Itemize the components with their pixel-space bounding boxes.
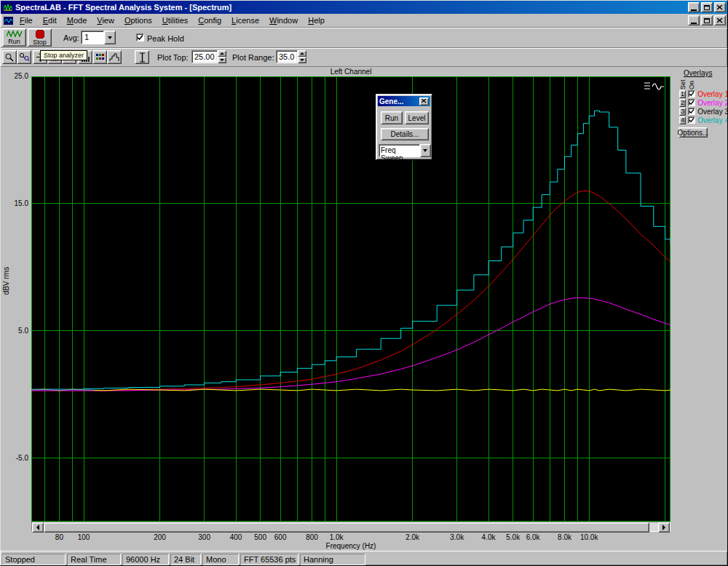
overlay-label-2: Overlay 2 (697, 99, 727, 107)
overlay-set-button-4[interactable]: 4 (679, 116, 686, 124)
overlay-label-4: Overlay 4 (697, 116, 727, 124)
plot-range-up-icon[interactable] (298, 50, 306, 57)
overlay-row: 2Overlay 2 (678, 98, 727, 107)
surface-hist-icon (109, 53, 119, 62)
spectralab-window: SpectraLAB - FFT Spectral Analysis Syste… (0, 0, 728, 566)
x-tick-1.0k: 1.0k (322, 533, 351, 541)
overlay-set-button-1[interactable]: 1 (679, 90, 686, 98)
zoom-button[interactable] (2, 50, 17, 64)
status-panel: Mono (202, 554, 239, 565)
run-waveform-icon (7, 30, 23, 38)
scroll-right-icon[interactable] (658, 522, 670, 533)
menu-config[interactable]: Config (193, 15, 226, 26)
overlay-label-3: Overlay 3 (697, 108, 727, 116)
minimize-icon[interactable] (688, 2, 700, 12)
plot-h-scrollbar[interactable] (31, 522, 670, 532)
generator-dialog[interactable]: Gene... Run Level Details... Freq Sweep (376, 94, 432, 160)
stop-button-label: Stop (33, 39, 47, 46)
run-button[interactable]: Run (2, 28, 26, 47)
mdi-restore-icon[interactable] (701, 15, 713, 25)
y-tick-5.0: 5.0 (4, 327, 28, 335)
generator-close-icon[interactable] (419, 97, 429, 105)
generator-details-button[interactable]: Details... (381, 128, 429, 140)
generator-level-button[interactable]: Level (405, 111, 429, 124)
overlays-options-button[interactable]: Options... (678, 127, 708, 137)
status-panel: Stopped (1, 554, 66, 565)
menu-utilities[interactable]: Utilities (157, 15, 193, 26)
app-icon (3, 2, 13, 12)
status-panel: FFT 65536 pts (240, 554, 298, 565)
scroll-left-icon[interactable] (32, 522, 44, 533)
plot-border (32, 77, 670, 522)
marker-line-icon (139, 52, 146, 63)
menu-file[interactable]: File (15, 15, 38, 26)
mdi-close-icon[interactable] (714, 15, 726, 25)
menu-license[interactable]: License (226, 15, 264, 26)
menu-mode[interactable]: Mode (62, 15, 92, 26)
mdi-minimize-icon[interactable] (688, 15, 700, 25)
series-overlay-1-red (31, 191, 670, 391)
title-bar: SpectraLAB - FFT Spectral Analysis Syste… (1, 1, 727, 14)
generator-dialog-titlebar[interactable]: Gene... (378, 96, 430, 106)
plot-range-down-icon[interactable] (298, 57, 306, 63)
spectrum-svg (31, 76, 670, 522)
overlay-on-checkbox-1[interactable] (688, 90, 695, 97)
y-axis-label: dBV rms (2, 259, 11, 303)
overlays-panel: Overlays Set On 1Overlay 12Overlay 23Ove… (678, 67, 727, 212)
spectrogram-button[interactable] (92, 50, 107, 64)
zoom-scale-icon (19, 52, 30, 62)
generator-mode-value: Freq Sweep (379, 144, 420, 157)
overlay-on-checkbox-2[interactable] (688, 99, 695, 106)
x-tick-200: 200 (146, 533, 175, 541)
scroll-track[interactable] (44, 522, 658, 531)
generator-mode-chevron-down-icon[interactable] (420, 144, 431, 157)
close-icon[interactable] (714, 2, 726, 12)
generator-run-button[interactable]: Run (381, 111, 403, 124)
plot-top-down-icon[interactable] (218, 57, 226, 63)
status-panel: 24 Bit (170, 554, 201, 565)
restore-icon[interactable] (701, 2, 713, 12)
check-icon (137, 34, 143, 41)
plot-area: Left Channel dBV rms 25.015.05.0-5.0 801… (1, 67, 727, 551)
overlay-on-checkbox-4[interactable] (688, 116, 695, 124)
mdi-window-controls (688, 15, 726, 25)
plot-top-spinner: 25.00 (191, 50, 226, 63)
menu-edit[interactable]: Edit (38, 15, 62, 26)
scroll-thumb[interactable] (44, 522, 649, 533)
x-tick-2.0k: 2.0k (398, 533, 427, 541)
overlay-row: 4Overlay 4 (678, 116, 727, 124)
plot-top-up-icon[interactable] (218, 50, 226, 57)
avg-chevron-down-icon[interactable] (104, 31, 116, 44)
spectrogram-grid-icon (95, 53, 105, 61)
magnifier-icon (4, 52, 15, 63)
overlay-set-button-2[interactable]: 2 (679, 99, 686, 107)
plot-range-input[interactable]: 35.0 (276, 50, 298, 63)
stop-button[interactable]: Stop (28, 28, 52, 47)
menu-options[interactable]: Options (119, 15, 157, 26)
overlay-rows: 1Overlay 12Overlay 23Overlay 34Overlay 4 (678, 89, 727, 124)
plot-top-input[interactable]: 25.00 (191, 50, 218, 63)
avg-label: Avg: (63, 33, 79, 42)
spectrum-plot[interactable] (31, 76, 670, 522)
overlay-on-checkbox-3[interactable] (688, 108, 695, 115)
avg-dropdown[interactable]: 1 (81, 31, 116, 44)
run-button-label: Run (8, 38, 20, 45)
surface-button[interactable] (107, 50, 122, 64)
plot-top-label: Plot Top: (157, 53, 189, 62)
marker-button[interactable] (135, 50, 149, 64)
x-tick-10.0k: 10.0k (574, 533, 604, 541)
status-panel: Hanning (300, 554, 365, 565)
status-bar: StoppedReal Time96000 Hz24 BitMonoFFT 65… (1, 551, 727, 566)
zoom-scale-button[interactable] (17, 50, 31, 64)
menu-window[interactable]: Window (264, 15, 303, 26)
overlay-set-button-3[interactable]: 3 (679, 108, 686, 116)
status-panels: StoppedReal Time96000 Hz24 BitMonoFFT 65… (1, 554, 367, 565)
menu-help[interactable]: Help (303, 15, 330, 26)
menu-view[interactable]: View (92, 15, 119, 26)
plot-range-spinner: 35.0 (276, 50, 306, 63)
channel-title: Left Channel (31, 68, 670, 76)
peak-hold-checkbox[interactable] (136, 33, 144, 41)
generator-mode-dropdown[interactable]: Freq Sweep (379, 144, 431, 157)
x-tick-3.0k: 3.0k (443, 533, 472, 541)
series-overlay-2-magenta (31, 298, 670, 391)
